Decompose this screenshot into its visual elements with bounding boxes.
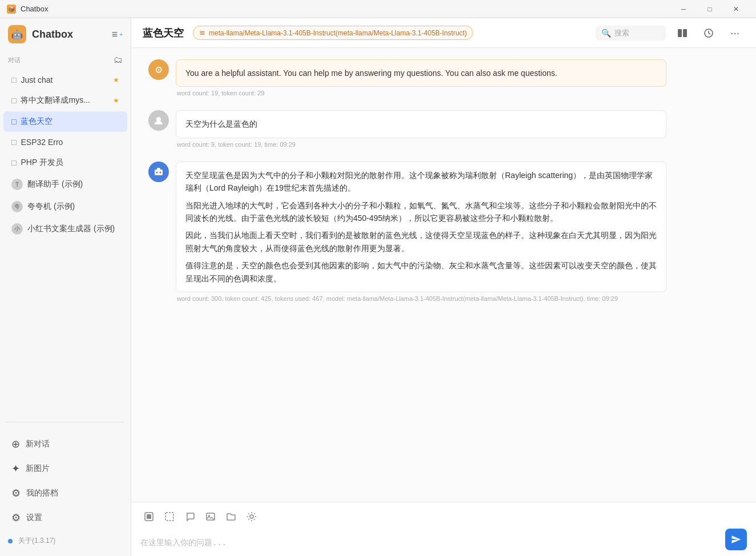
archive-icon[interactable]: 🗂 bbox=[114, 55, 123, 65]
new-image-icon: ✦ bbox=[11, 462, 20, 475]
sidebar-item-parrot[interactable]: 夸 夸夸机 (示例) bbox=[3, 196, 127, 217]
message-para-1: 天空呈现蓝色是因为大气中的分子和小颗粒对阳光的散射作用。这个现象被称为瑞利散射（… bbox=[185, 169, 657, 195]
chat-bubble-button[interactable] bbox=[181, 508, 199, 525]
message-meta: word count: 300, token count: 425, token… bbox=[176, 295, 739, 302]
avatar-system: ⚙ bbox=[148, 59, 169, 80]
svg-point-13 bbox=[250, 515, 253, 518]
settings-icon: ⚙ bbox=[11, 511, 21, 524]
message-row: ⚙ You are a helpful assistant. You can h… bbox=[148, 59, 739, 96]
sidebar-title: Chatbox bbox=[32, 29, 73, 41]
sidebar-item-xiaohongshu[interactable]: 小 小红书文案生成器 (示例) bbox=[3, 218, 127, 240]
new-image-label: 新图片 bbox=[26, 464, 50, 474]
sidebar-item-translator[interactable]: T 翻译助手 (示例) bbox=[3, 174, 127, 195]
sidebar-item-blue-sky[interactable]: □ 蓝色天空 bbox=[3, 111, 127, 132]
svg-rect-0 bbox=[678, 29, 682, 37]
search-input[interactable] bbox=[614, 29, 660, 37]
chat-icon: □ bbox=[11, 75, 16, 84]
maximize-button[interactable]: □ bbox=[697, 0, 723, 18]
app-logo-icon: 📦 bbox=[7, 5, 16, 14]
message-para-4: 值得注意的是，天空的颜色也会受到其他因素的影响，如大气中的污染物、灰尘和水蒸气含… bbox=[185, 259, 657, 285]
message-text: You are a helpful assistant. You can hel… bbox=[185, 69, 557, 78]
sidebar-item-label: 蓝色天空 bbox=[21, 116, 119, 127]
send-button[interactable] bbox=[725, 529, 747, 550]
new-image-button[interactable]: ✦ 新图片 bbox=[3, 457, 127, 481]
app-icon: 🤖 bbox=[8, 25, 26, 43]
new-chat-button[interactable]: ⊕ 新对话 bbox=[3, 432, 127, 456]
sidebar-item-php[interactable]: □ PHP 开发员 bbox=[3, 152, 127, 173]
version-dot bbox=[8, 539, 13, 543]
svg-point-3 bbox=[156, 117, 161, 122]
message-content: You are a helpful assistant. You can hel… bbox=[176, 59, 739, 96]
star-icon: ★ bbox=[113, 96, 119, 104]
svg-rect-1 bbox=[683, 29, 687, 37]
message-system: ⚙ You are a helpful assistant. You can h… bbox=[148, 59, 739, 96]
about-item[interactable]: 关于(1.3.17) bbox=[0, 530, 131, 551]
history-button[interactable] bbox=[699, 23, 718, 43]
my-partner-button[interactable]: ⚙ 我的搭档 bbox=[3, 481, 127, 505]
message-row: 天空呈现蓝色是因为大气中的分子和小颗粒对阳光的散射作用。这个现象被称为瑞利散射（… bbox=[148, 162, 739, 302]
input-row bbox=[140, 529, 747, 550]
agent-avatar: 小 bbox=[11, 223, 23, 235]
topbar-search[interactable]: 🔍 bbox=[596, 26, 666, 41]
settings-label: 设置 bbox=[26, 513, 42, 523]
image-button[interactable] bbox=[202, 508, 219, 525]
sidebar-item-label: ESP32 Erro bbox=[21, 138, 119, 147]
settings-small-button[interactable] bbox=[243, 508, 260, 525]
message-input[interactable] bbox=[140, 537, 719, 550]
message-para-2: 当阳光进入地球的大气时，它会遇到各种大小的分子和小颗粒，如氧气、氮气、水蒸气和尘… bbox=[185, 199, 657, 225]
svg-rect-4 bbox=[155, 170, 163, 175]
sidebar-item-label: Just chat bbox=[21, 75, 108, 84]
crop-button[interactable] bbox=[161, 508, 178, 525]
star-icon: ★ bbox=[113, 76, 119, 84]
topbar-title: 蓝色天空 bbox=[143, 26, 184, 40]
chat-icon: □ bbox=[11, 117, 16, 126]
sidebar-item-just-chat[interactable]: □ Just chat ★ bbox=[3, 70, 127, 90]
sidebar: 🤖 Chatbox ≡ + 对话 🗂 □ Just chat ★ □ 将中文翻译… bbox=[0, 18, 131, 556]
sidebar-item-label: 小红书文案生成器 (示例) bbox=[27, 224, 119, 234]
svg-point-6 bbox=[156, 171, 158, 173]
svg-rect-10 bbox=[165, 513, 173, 521]
minimize-button[interactable]: ─ bbox=[670, 0, 697, 18]
message-para-3: 因此，当我们从地面上看天空时，我们看到的是被散射的蓝色光线，这使得天空呈现蓝色的… bbox=[185, 229, 657, 255]
chat-icon: □ bbox=[11, 158, 16, 167]
model-tag[interactable]: ≋ meta-llama/Meta-Llama-3.1-405B-Instruc… bbox=[193, 26, 473, 40]
my-partner-label: 我的搭档 bbox=[26, 488, 58, 498]
folder-button[interactable] bbox=[223, 508, 240, 525]
sidebar-menu-button[interactable]: ≡ + bbox=[112, 29, 123, 41]
search-icon: 🔍 bbox=[601, 29, 611, 38]
more-options-button[interactable]: ··· bbox=[725, 23, 745, 43]
settings-button[interactable]: ⚙ 设置 bbox=[3, 506, 127, 530]
sidebar-item-translate[interactable]: □ 将中文翻译成mys... ★ bbox=[3, 90, 127, 111]
titlebar: 📦 Chatbox ─ □ ✕ bbox=[0, 0, 756, 18]
message-meta: word count: 19, token count: 29 bbox=[176, 90, 739, 96]
topbar: 蓝色天空 ≋ meta-llama/Meta-Llama-3.1-405B-In… bbox=[131, 18, 756, 48]
sidebar-divider bbox=[6, 422, 125, 422]
message-meta: word count: 9, token count: 19, time: 09… bbox=[176, 141, 739, 148]
sidebar-item-esp32[interactable]: □ ESP32 Erro bbox=[3, 132, 127, 152]
message-bubble: 天空为什么是蓝色的 bbox=[176, 110, 666, 138]
message-bubble: 天空呈现蓝色是因为大气中的分子和小颗粒对阳光的散射作用。这个现象被称为瑞利散射（… bbox=[176, 162, 666, 292]
content-area: 蓝色天空 ≋ meta-llama/Meta-Llama-3.1-405B-In… bbox=[131, 18, 756, 556]
main-layout: 🤖 Chatbox ≡ + 对话 🗂 □ Just chat ★ □ 将中文翻译… bbox=[0, 18, 756, 556]
svg-rect-9 bbox=[147, 514, 151, 519]
sidebar-item-label: 翻译助手 (示例) bbox=[27, 179, 119, 190]
model-label: meta-llama/Meta-Llama-3.1-405B-Instruct(… bbox=[209, 29, 467, 37]
split-view-button[interactable] bbox=[673, 23, 692, 43]
sidebar-bottom: ⊕ 新对话 ✦ 新图片 ⚙ 我的搭档 ⚙ 设置 关于(1.3.17) bbox=[0, 427, 131, 556]
about-label: 关于(1.3.17) bbox=[18, 536, 55, 546]
sidebar-header: 🤖 Chatbox ≡ + bbox=[0, 18, 131, 50]
close-button[interactable]: ✕ bbox=[723, 0, 749, 18]
svg-rect-5 bbox=[157, 168, 160, 170]
new-chat-label: 新对话 bbox=[26, 439, 50, 449]
message-content: 天空为什么是蓝色的 word count: 9, token count: 19… bbox=[176, 110, 739, 147]
message-user: 天空为什么是蓝色的 word count: 9, token count: 19… bbox=[148, 110, 739, 147]
svg-point-12 bbox=[208, 515, 210, 517]
attach-button[interactable] bbox=[140, 508, 157, 525]
input-toolbar bbox=[140, 508, 747, 525]
agent-avatar: 夸 bbox=[11, 201, 23, 212]
message-text: 天空为什么是蓝色的 bbox=[185, 119, 257, 128]
titlebar-title: Chatbox bbox=[21, 5, 48, 13]
message-row: 天空为什么是蓝色的 word count: 9, token count: 19… bbox=[148, 110, 739, 147]
model-icon: ≋ bbox=[199, 29, 205, 37]
partner-icon: ⚙ bbox=[11, 487, 21, 499]
